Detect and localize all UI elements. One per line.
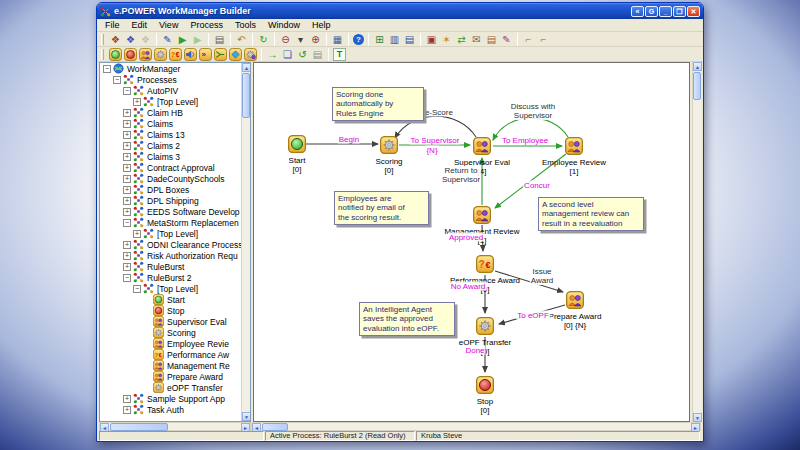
connector-tool[interactable]: → (266, 48, 279, 61)
annotation-note-2[interactable]: Employees are notified by email of the s… (334, 191, 429, 225)
expand-icon[interactable]: + (123, 153, 131, 161)
palette-voice-node[interactable] (184, 48, 197, 61)
monitor-icon[interactable]: ▦ (331, 33, 344, 46)
collapse-icon[interactable]: − (123, 219, 131, 227)
tree-item-claims-2[interactable]: +Claims 2 (100, 140, 241, 151)
canvas-vertical-scrollbar[interactable]: ▲ ▼ (692, 62, 701, 422)
toolbar-grip[interactable] (101, 49, 104, 60)
palette-decision-node[interactable]: ?€ (169, 48, 182, 61)
collapse-icon[interactable]: − (123, 274, 131, 282)
expand-icon[interactable]: + (123, 175, 131, 183)
login-key-icon[interactable]: ⌐ (537, 33, 550, 46)
stop-node-icon[interactable] (476, 376, 494, 398)
tree-item-eeds-software-develop[interactable]: +EEDS Software Develop (100, 206, 241, 217)
tree-horizontal-scrollbar[interactable]: ◄ ► (99, 422, 251, 431)
expand-icon[interactable]: + (123, 263, 131, 271)
node-stop[interactable]: Stop[0] (440, 376, 530, 415)
people-node-icon[interactable] (473, 206, 491, 228)
node-start[interactable]: Start[0] (253, 135, 342, 174)
key-icon[interactable]: ⌐ (522, 33, 535, 46)
menu-help[interactable]: Help (306, 20, 337, 30)
scroll-down-button[interactable]: ▼ (693, 413, 702, 422)
palette-subprocess-node[interactable] (244, 48, 257, 61)
tree-item-autopiv[interactable]: −AutoPIV (100, 85, 241, 96)
tree-item-dpl-boxes[interactable]: +DPL Boxes (100, 184, 241, 195)
tree-item-processes[interactable]: −Processes (100, 74, 241, 85)
window-dropdown-icon[interactable]: ▤ (403, 33, 416, 46)
tree-item-risk-authorization-requ[interactable]: +Risk Authorization Requ (100, 250, 241, 261)
refresh-icon[interactable]: ↻ (257, 33, 270, 46)
toolbar-grip[interactable] (101, 34, 104, 45)
scroll-thumb[interactable] (110, 423, 168, 431)
palette-agent-node[interactable] (154, 48, 167, 61)
expand-icon[interactable]: + (123, 241, 131, 249)
expand-icon[interactable]: + (123, 208, 131, 216)
step-forward2-icon[interactable]: ▶ (191, 33, 204, 46)
expand-icon[interactable]: + (123, 197, 131, 205)
tree-item-claims-3[interactable]: +Claims 3 (100, 151, 241, 162)
menu-edit[interactable]: Edit (126, 20, 154, 30)
expand-icon[interactable]: + (123, 120, 131, 128)
tree-item-sample-support-app[interactable]: +Sample Support App (100, 393, 241, 404)
close-button[interactable]: ✕ (687, 6, 700, 17)
palette-activity-node[interactable] (139, 48, 152, 61)
menu-process[interactable]: Process (184, 20, 229, 30)
security-lock-icon[interactable]: ✶ (440, 33, 453, 46)
chart-window-icon[interactable]: ▥ (388, 33, 401, 46)
tree-item-odni-clearance-process[interactable]: +ODNI Clearance Process (100, 239, 241, 250)
expand-icon[interactable]: + (123, 164, 131, 172)
people-node-icon[interactable] (473, 137, 491, 159)
tree-item-metastorm-replacemen[interactable]: −MetaStorm Replacemen (100, 217, 241, 228)
gear-node-icon[interactable] (380, 136, 398, 158)
people-node-icon[interactable] (566, 291, 584, 313)
link-nodes-icon[interactable]: ❖ (109, 33, 122, 46)
tree-item-task-auth[interactable]: +Task Auth (100, 404, 241, 415)
zoom-out-icon[interactable]: ⊖ (279, 33, 292, 46)
palette-route-node[interactable]: » (199, 48, 212, 61)
tree-item-ruleburst[interactable]: +RuleBurst (100, 261, 241, 272)
palette-rule-node[interactable] (229, 48, 242, 61)
canvas-horizontal-scrollbar[interactable]: ◄ ► (251, 422, 701, 431)
link-activities-icon[interactable]: ❖ (124, 33, 137, 46)
tree-item-performance-aw[interactable]: ?€Performance Aw (100, 349, 241, 360)
tree-item-scoring[interactable]: Scoring (100, 327, 241, 338)
expand-icon[interactable]: + (133, 230, 141, 238)
expand-icon[interactable]: + (123, 395, 131, 403)
shade-button[interactable]: « (631, 6, 644, 17)
step-forward-icon[interactable]: ▶ (176, 33, 189, 46)
collapse-icon[interactable]: − (113, 76, 121, 84)
minimize-button[interactable]: _ (659, 6, 672, 17)
expand-icon[interactable]: + (123, 186, 131, 194)
scroll-thumb[interactable] (693, 72, 701, 100)
zoom-in-icon[interactable]: ⊕ (309, 33, 322, 46)
tree-item-workmanager[interactable]: −WorkManager (100, 63, 241, 74)
collapse-icon[interactable]: − (103, 65, 111, 73)
tree-item--top-level-[interactable]: +[Top Level] (100, 96, 241, 107)
tree-item-ruleburst-2[interactable]: −RuleBurst 2 (100, 272, 241, 283)
tree-item-supervisor-eval[interactable]: Supervisor Eval (100, 316, 241, 327)
menu-file[interactable]: File (99, 20, 126, 30)
tree-item-start[interactable]: Start (100, 294, 241, 305)
title-bar[interactable]: e.POWER WorkManager Builder «G_❐✕ (97, 3, 703, 19)
expand-icon[interactable]: + (123, 406, 131, 414)
scroll-up-button[interactable]: ▲ (242, 63, 251, 72)
annotation-note-4[interactable]: An Intelligent Agent saves the approved … (359, 302, 455, 336)
mail-icon[interactable]: ✉ (470, 33, 483, 46)
collapse-icon[interactable]: − (123, 87, 131, 95)
palette-start-node[interactable] (109, 48, 122, 61)
undo-icon[interactable]: ↶ (235, 33, 248, 46)
annotation-note-1[interactable]: Scoring done automatically by Rules Engi… (332, 87, 424, 121)
stamp-icon[interactable]: ▣ (425, 33, 438, 46)
palette-merge-node[interactable] (214, 48, 227, 61)
tree-item-stop[interactable]: Stop (100, 305, 241, 316)
tree-item-dpl-shipping[interactable]: +DPL Shipping (100, 195, 241, 206)
edit-pencil-icon[interactable]: ✎ (161, 33, 174, 46)
people-node-icon[interactable] (565, 137, 583, 159)
start-node-icon[interactable] (288, 135, 306, 157)
maximize-button[interactable]: ❐ (673, 6, 686, 17)
tree-item-prepare-award[interactable]: Prepare Award (100, 371, 241, 382)
collapse-icon[interactable]: − (133, 285, 141, 293)
expand-icon[interactable]: + (123, 142, 131, 150)
help-icon[interactable]: ? (353, 34, 364, 45)
rotate-tool[interactable]: ↺ (296, 48, 309, 61)
